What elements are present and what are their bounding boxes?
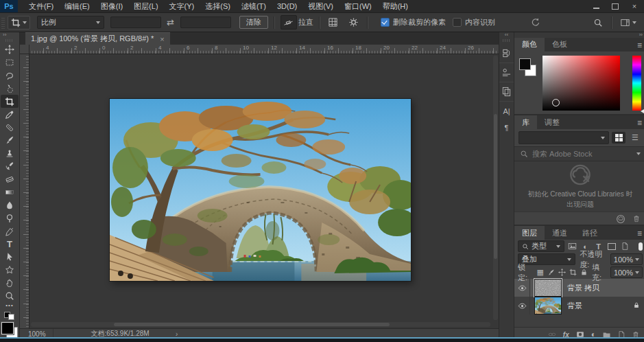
layer-thumbnail-noise[interactable] [534,279,562,297]
layer-filter-select[interactable]: 类型 [518,240,564,252]
library-select[interactable] [518,131,609,144]
fill-field[interactable]: 100% [610,266,643,278]
swap-dimensions-icon[interactable]: ⇄ [167,17,174,27]
menu-item-7[interactable]: 3D(D) [272,0,302,12]
layer-row-background[interactable]: 背景 [514,297,644,315]
close-button[interactable]: × [625,0,644,12]
menu-item-4[interactable]: 文字(Y) [164,0,200,12]
dock-collapse-button[interactable]: ›› [514,32,644,38]
tab-adjustments[interactable]: 调整 [537,115,567,129]
tool-preset-picker[interactable] [8,16,30,30]
list-view-button[interactable]: ☰ [628,132,642,144]
tab-channels[interactable]: 通道 [545,226,575,240]
canvas-area[interactable]: 4202468101214161820222426 [20,45,499,328]
tab-libraries[interactable]: 库 [514,115,537,129]
character-panel-button[interactable]: A| [499,101,514,120]
tool-eraser[interactable] [1,173,19,186]
tab-swatches[interactable]: 色板 [545,38,575,52]
color-picker-marker[interactable] [552,99,560,106]
panel-menu-icon[interactable]: ≡ [637,118,642,128]
document-tab[interactable]: 1.jpg @ 100% (背景 拷贝, RGB/8#) * × [25,32,170,45]
tool-path-selection[interactable] [1,251,19,264]
filter-shape-layers-icon[interactable] [606,243,617,250]
document-image[interactable] [110,99,411,281]
hue-slider[interactable] [632,56,641,111]
tool-spot-healing-brush[interactable] [1,121,19,134]
glyphs-panel-button[interactable] [499,82,514,101]
vertical-ruler[interactable] [20,54,29,328]
history-panel-button[interactable] [499,44,514,62]
scrollbar-thumb[interactable] [114,323,390,326]
horizontal-scrollbar[interactable] [31,322,490,327]
delete-cropped-pixels-option[interactable]: 删除裁剪的像素 [381,17,446,27]
checkbox-unchecked-icon[interactable] [453,18,462,27]
tab-close-icon[interactable]: × [160,35,164,43]
default-swap-colors[interactable] [4,312,15,320]
tool-rectangular-marquee[interactable] [1,56,19,69]
menu-item-3[interactable]: 图层(L) [128,0,163,12]
hue-slider-pointer[interactable] [641,109,644,113]
tab-layers[interactable]: 图层 [514,226,545,240]
toolbar-collapse[interactable]: ›› [0,32,19,38]
tool-type[interactable]: T [1,238,19,251]
lock-all-icon[interactable] [580,269,588,276]
toolbar-grip[interactable] [5,39,14,42]
strip-expand-button[interactable]: ‹‹ [499,32,514,38]
grid-view-button[interactable] [612,132,625,144]
lock-transparency-icon[interactable]: ▦ [536,268,545,277]
lock-pixels-icon[interactable] [547,269,556,276]
content-aware-option[interactable]: 内容识别 [453,17,495,27]
tool-brush[interactable] [1,134,19,147]
crop-ratio-select[interactable]: 比例 [37,16,104,29]
horizontal-ruler[interactable]: 4202468101214161820222426 [29,45,499,54]
tab-color[interactable]: 颜色 [514,38,545,52]
library-search[interactable]: 搜索 Adobe Stock [514,146,644,161]
tool-zoom[interactable] [1,290,19,303]
strip-grip[interactable] [503,39,510,42]
paragraph-panel-button[interactable]: ¶ [499,120,514,135]
menu-item-10[interactable]: 帮助(H) [377,0,414,12]
tool-pen[interactable] [1,225,19,238]
crop-height-input[interactable] [180,16,231,28]
lock-artboard-icon[interactable] [569,269,577,276]
vertical-scrollbar[interactable] [493,56,498,320]
tool-hand[interactable] [1,277,19,290]
panel-menu-icon[interactable]: ≡ [637,229,642,238]
crop-overlay-options-button[interactable] [326,16,341,29]
menu-item-2[interactable]: 图像(I) [95,0,128,12]
foreground-color-chip[interactable] [519,58,531,70]
search-button[interactable] [591,16,606,29]
menu-item-0[interactable]: 文件(F) [23,0,59,12]
filter-pixel-layers-icon[interactable] [567,242,577,251]
color-swatches[interactable] [1,322,18,339]
ruler-corner[interactable] [20,45,29,54]
tool-quick-selection[interactable] [1,82,19,95]
visibility-toggle[interactable] [514,297,530,315]
tool-custom-shape[interactable] [1,264,19,277]
tool-history-brush[interactable] [1,160,19,173]
menu-item-1[interactable]: 编辑(E) [59,0,95,12]
tool-crop-selected[interactable] [1,95,19,108]
menu-item-6[interactable]: 滤镜(T) [236,0,272,12]
tool-gradient[interactable] [1,186,19,199]
workspace-switcher[interactable] [618,16,639,29]
layer-thumbnail-photo[interactable] [534,297,562,315]
tool-dodge[interactable] [1,212,19,225]
checkbox-checked-icon[interactable] [381,18,390,27]
foreground-color-swatch[interactable] [1,322,14,334]
crop-settings-button[interactable] [346,16,361,29]
clear-button[interactable]: 清除 [239,16,268,29]
layer-row-background-copy[interactable]: 背景 拷贝 [514,279,644,297]
panel-menu-icon[interactable]: ≡ [637,41,642,50]
tool-move[interactable] [1,43,19,56]
edit-toolbar-button[interactable]: ••• [5,302,13,310]
menu-item-5[interactable]: 选择(S) [200,0,236,12]
sync-icon[interactable] [616,214,625,224]
layer-filter-toggle[interactable] [639,242,643,251]
tab-paths[interactable]: 路径 [575,226,605,240]
straighten-button[interactable] [281,15,297,30]
tool-lasso[interactable] [1,69,19,82]
lock-position-icon[interactable] [558,269,567,276]
visibility-toggle[interactable] [514,279,530,297]
filter-smart-objects-icon[interactable] [619,242,630,251]
